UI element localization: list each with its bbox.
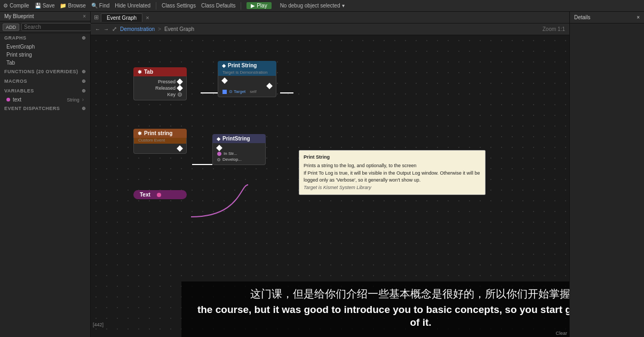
pin-target[interactable]: ⊙ Target self	[218, 89, 276, 95]
node-text-title: Text	[140, 192, 150, 198]
class-settings-button[interactable]: Class Settings	[162, 3, 196, 9]
section-macros[interactable]: MACROS ⊕	[0, 76, 90, 86]
nav-expand-icon[interactable]: ⤢	[112, 26, 117, 33]
sidebar-item-eventgraph[interactable]: EventGraph	[0, 43, 90, 51]
pin-exec-out-top[interactable]	[218, 83, 276, 89]
sidebar-item-tab[interactable]: Tab	[0, 59, 90, 67]
close-icon[interactable]: ×	[83, 13, 86, 19]
pin-develop[interactable]: Develop...	[213, 156, 265, 162]
compile-button[interactable]: ⚙ Compile	[3, 3, 29, 9]
variables-add-icon[interactable]: ⊕	[82, 88, 86, 93]
pin-custom-exec-dot	[177, 145, 182, 151]
graph-canvas[interactable]: ✱ Tab Pressed Released Key	[91, 35, 569, 337]
pin-develop-dot	[217, 158, 220, 161]
browse-icon: 📁	[60, 3, 66, 9]
pin-released-dot	[177, 85, 182, 91]
sidebar-item-text-var[interactable]: text String ›	[0, 96, 90, 104]
compile-icon: ⚙	[3, 3, 8, 9]
details-tab-bar: Details ×	[570, 12, 644, 23]
pin-custom-exec-out[interactable]	[134, 146, 186, 151]
save-button[interactable]: 💾 Save	[35, 3, 55, 9]
node-print-top-subtitle: Target is Demonstration	[218, 70, 276, 76]
chevron-down-icon: ▾	[342, 3, 345, 9]
macros-add-icon[interactable]: ⊕	[82, 79, 86, 84]
pin-instr-dot	[217, 152, 221, 156]
node-print-string-top[interactable]: ◆ Print String Target is Demonstration ⊙…	[218, 61, 276, 97]
graph-tab-bar: ⊞ Event Graph ×	[91, 12, 569, 23]
section-event-dispatchers[interactable]: EVENT DISPATCHERS ⊕	[0, 104, 90, 113]
node-print-bottom-title: PrintString	[222, 136, 250, 142]
node-tab-title: Tab	[144, 69, 153, 75]
nav-forward-icon[interactable]: →	[104, 26, 109, 32]
main-layout: My Blueprint × ADD ⚙ GRAPHS ⊕ EventGraph…	[0, 12, 644, 337]
graph-breadcrumb: ← → ⤢ Demonstration > Event Graph Zoom 1…	[91, 23, 569, 35]
functions-add-icon[interactable]: ⊕	[82, 69, 86, 74]
section-graphs[interactable]: GRAPHS ⊕	[0, 33, 90, 43]
add-button[interactable]: ADD	[3, 23, 19, 31]
right-panel: Details ×	[569, 12, 644, 337]
node-tab-icon: ✱	[138, 69, 142, 75]
toolbar-divider	[156, 2, 156, 10]
pin-pressed[interactable]: Pressed	[134, 79, 186, 85]
pin-exec-in-top[interactable]	[218, 78, 276, 83]
find-button[interactable]: 🔍 Find	[91, 3, 109, 9]
node-print-top-title: Print String	[228, 62, 257, 68]
find-icon: 🔍	[91, 3, 98, 9]
subtitle-english: the course, but it was good to introduce…	[192, 303, 569, 330]
top-toolbar: ⚙ Compile 💾 Save 📁 Browse 🔍 Find Hide Un…	[0, 0, 644, 12]
hide-unrelated-button[interactable]: Hide Unrelated	[115, 3, 150, 9]
subtitle-overlay: 这门课，但是给你们介绍一些基本概念是很好的，所以你们开始掌握了。 the cou…	[181, 281, 569, 337]
node-custom-event-icon: ✱	[138, 131, 142, 136]
breadcrumb-separator: >	[158, 26, 161, 32]
nav-back-icon[interactable]: ←	[95, 26, 100, 32]
tooltip-line2: If Print To Log is true, it will be visi…	[304, 170, 481, 183]
subtitle-chinese: 这门课，但是给你们介绍一些基本概念是很好的，所以你们开始掌握了。	[192, 287, 569, 301]
pin-pressed-dot	[177, 79, 182, 84]
node-custom-event-title: Print string	[144, 130, 172, 136]
pin-exec-out-dot	[266, 83, 272, 89]
section-functions[interactable]: FUNCTIONS (20 OVERRIDES) ⊕	[0, 67, 90, 76]
event-dispatchers-add-icon[interactable]: ⊕	[82, 106, 86, 111]
node-print-top-icon: ◆	[222, 63, 226, 68]
my-blueprint-tab[interactable]: My Blueprint ×	[0, 12, 90, 21]
search-area: ADD ⚙	[0, 21, 90, 33]
breadcrumb-demo[interactable]: Demonstration	[120, 26, 155, 32]
node-print-bottom-icon: ◆	[217, 136, 220, 142]
pin-exec-in-bottom-dot	[216, 145, 222, 151]
tooltip-line1: Prints a string to the log, and optional…	[304, 162, 481, 169]
zoom-indicator: Zoom 1:1	[543, 26, 565, 32]
pin-key[interactable]: Key	[134, 91, 186, 98]
toolbar-divider2	[241, 2, 241, 10]
center-area: ⊞ Event Graph × ← → ⤢ Demonstration > Ev…	[91, 12, 569, 337]
chevron-right-icon: ›	[82, 97, 84, 103]
node-text[interactable]: Text	[133, 190, 187, 199]
section-add-icon[interactable]: ⊕	[82, 35, 86, 41]
node-tab[interactable]: ✱ Tab Pressed Released Key	[133, 67, 187, 100]
my-blueprint-label: My Blueprint	[4, 13, 34, 19]
clear-button[interactable]: Clear	[555, 331, 567, 336]
breadcrumb-event-graph: Event Graph	[164, 26, 194, 32]
sidebar-item-printstring[interactable]: Print string	[0, 51, 90, 59]
tooltip-title: Print String	[304, 154, 481, 161]
debug-selector[interactable]: No debug object selected ▾	[280, 3, 345, 9]
sidebar: My Blueprint × ADD ⚙ GRAPHS ⊕ EventGraph…	[0, 12, 91, 337]
pin-in-str[interactable]: In Str...	[213, 151, 265, 156]
tab-close-btn[interactable]: ×	[146, 14, 149, 21]
details-close-btn[interactable]: ×	[637, 14, 640, 20]
browse-button[interactable]: 📁 Browse	[60, 3, 85, 9]
pin-released[interactable]: Released	[134, 85, 186, 91]
play-button[interactable]: ▶ Play	[247, 2, 271, 9]
tooltip-line3: Target is Kismet System Library	[304, 184, 481, 191]
node-custom-event-subtitle: Custom Event	[133, 138, 187, 144]
pin-target-dot	[222, 90, 227, 94]
tab-icon: ⊞	[94, 14, 99, 21]
class-defaults-button[interactable]: Class Defaults	[201, 3, 235, 9]
pin-exec-in-bottom[interactable]	[213, 145, 265, 151]
node-custom-event[interactable]: ✱ Print string Custom Event	[133, 129, 187, 154]
search-input[interactable]	[21, 23, 94, 31]
event-graph-tab[interactable]: Event Graph	[101, 13, 142, 22]
section-variables[interactable]: VARIABLES ⊕	[0, 86, 90, 96]
variable-type-dot	[6, 98, 10, 101]
node-print-string-bottom[interactable]: ◆ PrintString In Str... Develop...	[212, 134, 266, 165]
details-title: Details	[574, 14, 591, 20]
